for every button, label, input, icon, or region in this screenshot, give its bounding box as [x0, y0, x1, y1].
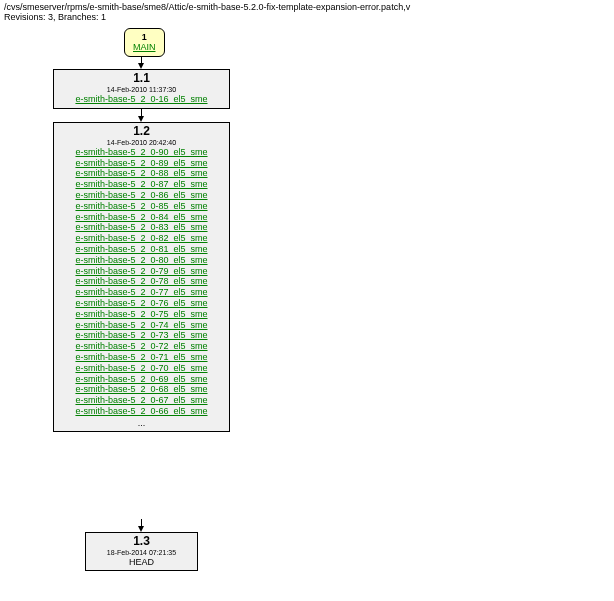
revision-tag-link[interactable]: e-smith-base-5_2_0-71_el5_sme: [58, 352, 225, 363]
revision-tag-link[interactable]: e-smith-base-5_2_0-68_el5_sme: [58, 384, 225, 395]
revision-node-1-3[interactable]: 1.3 18-Feb-2014 07:21:35 HEAD: [85, 532, 198, 571]
revision-tag-link[interactable]: e-smith-base-5_2_0-69_el5_sme: [58, 374, 225, 385]
revision-tag-link[interactable]: e-smith-base-5_2_0-66_el5_sme: [58, 406, 225, 417]
tags-ellipsis: ...: [138, 418, 146, 428]
revision-tag-link[interactable]: e-smith-base-5_2_0-86_el5_sme: [58, 190, 225, 201]
revision-tag-link[interactable]: e-smith-base-5_2_0-78_el5_sme: [58, 276, 225, 287]
revision-date: 14-Feb-2010 20:42:40: [58, 139, 225, 147]
graph-container: 1 MAIN 1.1 14-Feb-2010 11:37:30 e-smith-…: [0, 24, 614, 601]
cvs-path: /cvs/smeserver/rpms/e-smith-base/sme8/At…: [4, 2, 410, 12]
revision-tag-link[interactable]: e-smith-base-5_2_0-79_el5_sme: [58, 266, 225, 277]
cvs-stats: Revisions: 3, Branches: 1: [4, 12, 106, 22]
revision-tag-link[interactable]: e-smith-base-5_2_0-87_el5_sme: [58, 179, 225, 190]
revision-tag-link[interactable]: e-smith-base-5_2_0-82_el5_sme: [58, 233, 225, 244]
revision-tag-link[interactable]: e-smith-base-5_2_0-84_el5_sme: [58, 212, 225, 223]
revision-tag-link[interactable]: e-smith-base-5_2_0-75_el5_sme: [58, 309, 225, 320]
revision-tag-link[interactable]: e-smith-base-5_2_0-70_el5_sme: [58, 363, 225, 374]
revision-tag-link[interactable]: e-smith-base-5_2_0-73_el5_sme: [58, 330, 225, 341]
revision-tag-link[interactable]: e-smith-base-5_2_0-85_el5_sme: [58, 201, 225, 212]
revision-tag-link[interactable]: e-smith-base-5_2_0-80_el5_sme: [58, 255, 225, 266]
revision-tag-link[interactable]: e-smith-base-5_2_0-76_el5_sme: [58, 298, 225, 309]
revision-tags-list: e-smith-base-5_2_0-90_el5_smee-smith-bas…: [58, 147, 225, 417]
revision-tag-link[interactable]: e-smith-base-5_2_0-88_el5_sme: [58, 168, 225, 179]
revision-node-1-2[interactable]: 1.2 14-Feb-2010 20:42:40 e-smith-base-5_…: [53, 122, 230, 432]
branch-node-main[interactable]: 1 MAIN: [124, 28, 165, 57]
revision-tag-link[interactable]: e-smith-base-5_2_0-90_el5_sme: [58, 147, 225, 158]
revision-tag-link[interactable]: e-smith-base-5_2_0-74_el5_sme: [58, 320, 225, 331]
cvs-header: /cvs/smeserver/rpms/e-smith-base/sme8/At…: [0, 0, 614, 24]
revision-tag-link[interactable]: e-smith-base-5_2_0-81_el5_sme: [58, 244, 225, 255]
revision-tag-link[interactable]: e-smith-base-5_2_0-16_el5_sme: [58, 94, 225, 105]
revision-number: 1.2: [58, 125, 225, 138]
revision-tag-link[interactable]: e-smith-base-5_2_0-72_el5_sme: [58, 341, 225, 352]
revision-number: 1.3: [90, 535, 193, 548]
revision-tag-link[interactable]: e-smith-base-5_2_0-67_el5_sme: [58, 395, 225, 406]
revision-date: 18-Feb-2014 07:21:35: [90, 549, 193, 557]
revision-tag-link[interactable]: e-smith-base-5_2_0-89_el5_sme: [58, 158, 225, 169]
revision-number: 1.1: [58, 72, 225, 85]
branch-name-link[interactable]: MAIN: [133, 42, 156, 53]
revision-node-1-1[interactable]: 1.1 14-Feb-2010 11:37:30 e-smith-base-5_…: [53, 69, 230, 109]
head-label: HEAD: [90, 557, 193, 567]
revision-tag-link[interactable]: e-smith-base-5_2_0-83_el5_sme: [58, 222, 225, 233]
branch-number: 1: [133, 32, 156, 42]
revision-tag-link[interactable]: e-smith-base-5_2_0-77_el5_sme: [58, 287, 225, 298]
revision-date: 14-Feb-2010 11:37:30: [58, 86, 225, 94]
